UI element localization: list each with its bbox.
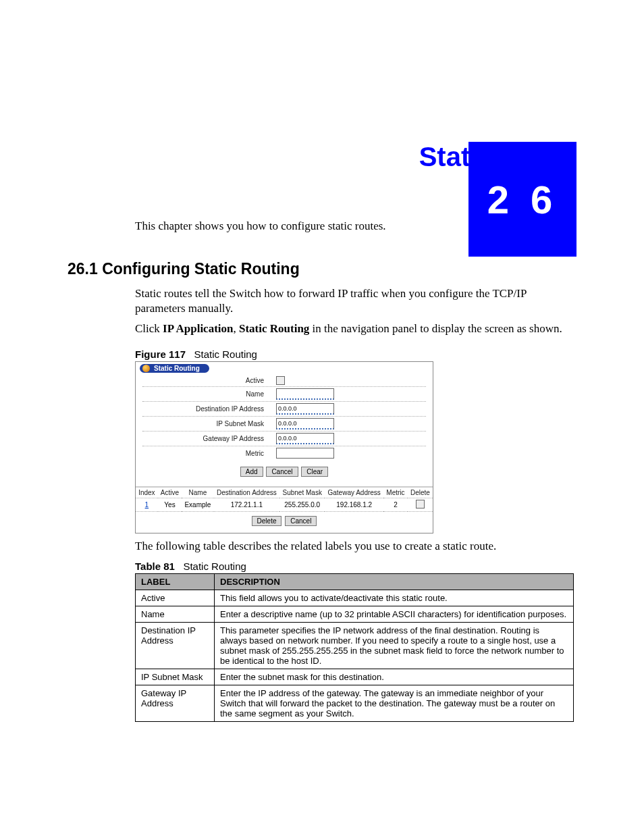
ui-screenshot: Static Routing Active Name Destination I… <box>135 361 433 533</box>
th-delete: Delete <box>408 488 433 498</box>
ref-label: Gateway IP Address <box>136 685 215 722</box>
figure-caption: Figure 117 Static Routing <box>135 348 576 360</box>
field-label-active: Active <box>142 377 276 384</box>
chapter-number: 2 6 <box>487 177 558 222</box>
add-button[interactable]: Add <box>240 467 263 477</box>
field-label-name: Name <box>142 390 276 398</box>
table-row: Destination IP Address This parameter sp… <box>136 623 574 669</box>
th-gateway: Gateway Address <box>325 488 383 498</box>
ui-button-row: Add Cancel Clear <box>136 460 433 487</box>
th-subnet: Subnet Mask <box>279 488 325 498</box>
subnet-input[interactable]: 0.0.0.0 <box>276 418 334 429</box>
ref-label: IP Subnet Mask <box>136 669 215 685</box>
ref-desc: This field allows you to activate/deacti… <box>215 590 574 606</box>
row-metric: 2 <box>383 498 408 512</box>
tab-dot-icon <box>142 365 150 372</box>
row-name: Example <box>182 498 213 512</box>
cancel-button[interactable]: Cancel <box>266 467 298 477</box>
row-gateway: 192.168.1.2 <box>325 498 383 512</box>
row-index-link[interactable]: 1 <box>145 501 149 509</box>
field-label-gateway: Gateway IP Address <box>142 435 276 442</box>
th-dest: Destination Address <box>214 488 280 498</box>
table-label: Table 81 <box>135 561 175 572</box>
reference-table: LABEL DESCRIPTION Active This field allo… <box>135 573 574 722</box>
table-row: Gateway IP Address Enter the IP address … <box>136 685 574 722</box>
field-label-subnet: IP Subnet Mask <box>142 420 276 427</box>
field-label-metric: Metric <box>142 450 276 457</box>
active-checkbox[interactable] <box>276 376 285 385</box>
figure-label: Figure 117 <box>135 348 186 360</box>
th-name: Name <box>182 488 213 498</box>
row-subnet: 255.255.0.0 <box>279 498 325 512</box>
ref-desc: Enter the IP address of the gateway. The… <box>215 685 574 722</box>
clear-button[interactable]: Clear <box>301 467 328 477</box>
table-title: Static Routing <box>183 561 246 572</box>
ref-label: Active <box>136 590 215 606</box>
table-row: Name Enter a descriptive name (up to 32 … <box>136 606 574 623</box>
delete-button[interactable]: Delete <box>252 516 282 526</box>
body-paragraph-3: The following table describes the relate… <box>135 539 576 554</box>
ui-button-row-2: Delete Cancel <box>136 512 433 533</box>
ref-th-label: LABEL <box>136 574 215 590</box>
dest-ip-input[interactable]: 0.0.0.0 <box>276 403 334 415</box>
ui-routes-table: Index Active Name Destination Address Su… <box>136 487 433 512</box>
row-delete-checkbox[interactable] <box>416 500 425 509</box>
cancel-button-2[interactable]: Cancel <box>285 516 317 526</box>
body-paragraph-2: Click IP Application, Static Routing in … <box>135 321 576 336</box>
th-metric: Metric <box>383 488 408 498</box>
name-input[interactable] <box>276 388 334 400</box>
th-active: Active <box>158 488 182 498</box>
section-heading: 26.1 Configuring Static Routing <box>68 260 576 278</box>
th-index: Index <box>136 488 158 498</box>
ref-label: Destination IP Address <box>136 623 215 669</box>
ref-desc: Enter the subnet mask for this destinati… <box>215 669 574 685</box>
ui-tab-static-routing[interactable]: Static Routing <box>140 364 209 373</box>
table-row: IP Subnet Mask Enter the subnet mask for… <box>136 669 574 685</box>
chapter-number-box: 2 6 <box>468 142 576 257</box>
body-paragraph-1: Static routes tell the Switch how to for… <box>135 286 576 316</box>
ref-desc: This parameter specifies the IP network … <box>215 623 574 669</box>
metric-input[interactable] <box>276 448 334 459</box>
ui-form: Active Name Destination IP Address 0.0.0… <box>136 375 433 460</box>
ui-tab-label: Static Routing <box>154 365 200 372</box>
ref-th-desc: DESCRIPTION <box>215 574 574 590</box>
row-active: Yes <box>158 498 182 512</box>
table-row: 1 Yes Example 172.21.1.1 255.255.0.0 192… <box>136 498 433 512</box>
figure-title: Static Routing <box>194 348 257 360</box>
gateway-input[interactable]: 0.0.0.0 <box>276 433 334 444</box>
table-row: Active This field allows you to activate… <box>136 590 574 606</box>
row-dest: 172.21.1.1 <box>214 498 280 512</box>
field-label-dest-ip: Destination IP Address <box>142 405 276 413</box>
ref-label: Name <box>136 606 215 623</box>
ui-tab-bar: Static Routing <box>136 362 433 375</box>
ref-desc: Enter a descriptive name (up to 32 print… <box>215 606 574 623</box>
table-caption: Table 81 Static Routing <box>135 561 576 572</box>
